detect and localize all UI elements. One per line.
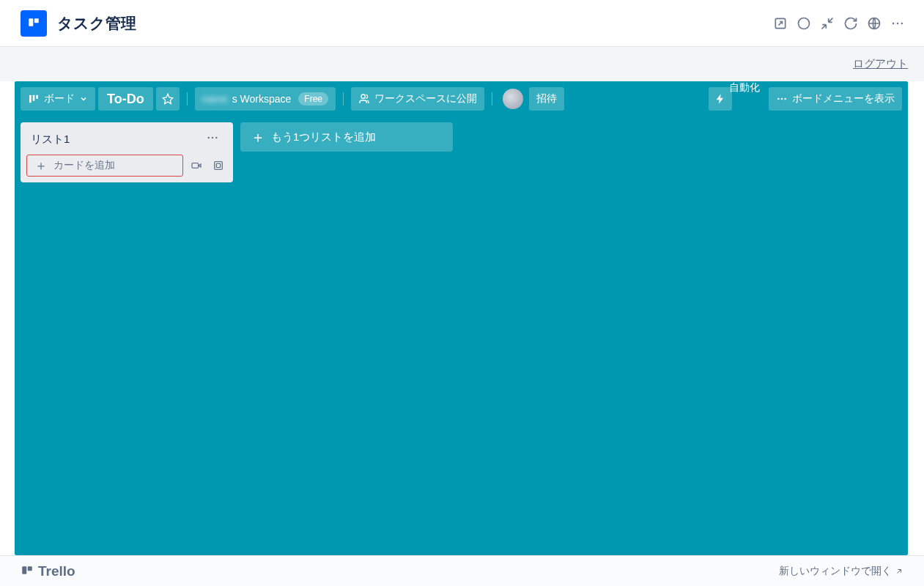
workspace-name: s Workspace	[232, 93, 292, 105]
list-title[interactable]: リスト1	[31, 133, 202, 146]
svg-rect-8	[29, 95, 32, 103]
logout-link[interactable]: ログアウト	[853, 57, 908, 71]
svg-rect-19	[216, 163, 220, 167]
board-view-switcher[interactable]: ボード	[21, 87, 95, 111]
add-list-button[interactable]: ＋ もう1つリストを追加	[240, 122, 453, 152]
svg-rect-0	[29, 18, 33, 26]
workspace-button[interactable]: name s Workspace Free	[195, 87, 336, 111]
more-icon[interactable]	[886, 12, 909, 35]
svg-rect-21	[28, 566, 32, 571]
video-icon[interactable]	[188, 157, 205, 174]
svg-point-5	[892, 22, 895, 24]
svg-point-16	[215, 137, 218, 139]
board-view-label: ボード	[44, 92, 75, 105]
open-new-label: 新しいウィンドウで開く	[779, 565, 892, 578]
svg-point-12	[781, 98, 783, 100]
svg-rect-18	[215, 162, 223, 170]
workspace-tier-badge: Free	[298, 92, 328, 105]
list-menu-icon[interactable]	[202, 131, 223, 147]
brand-label: Trello	[38, 563, 75, 579]
list: リスト1 ＋ カードを追加	[21, 122, 233, 182]
app-top-bar: タスク管理	[0, 0, 924, 46]
visibility-button[interactable]: ワークスペースに公開	[351, 87, 484, 111]
svg-rect-10	[36, 95, 38, 99]
board: ボード To-Do name s Workspace Free ワークスペースに…	[15, 81, 908, 555]
template-icon[interactable]	[210, 157, 227, 174]
plus-icon: ＋	[251, 130, 265, 144]
svg-point-14	[207, 137, 210, 139]
visibility-label: ワークスペースに公開	[374, 92, 477, 105]
star-button[interactable]	[156, 87, 180, 111]
board-header: ボード To-Do name s Workspace Free ワークスペースに…	[15, 81, 908, 116]
plus-icon: ＋	[34, 159, 48, 172]
svg-rect-20	[22, 566, 26, 574]
svg-point-11	[777, 98, 780, 100]
external-link-icon[interactable]	[769, 12, 792, 35]
divider	[187, 92, 188, 105]
member-avatar[interactable]	[503, 89, 523, 109]
svg-rect-9	[33, 95, 35, 101]
divider	[492, 92, 492, 105]
automation-label: 自動化	[729, 81, 760, 94]
divider	[343, 92, 344, 105]
show-menu-label: ボードメニューを表示	[792, 92, 895, 105]
globe-icon[interactable]	[862, 12, 886, 35]
app-logo-icon	[21, 10, 47, 37]
svg-point-7	[901, 22, 903, 24]
add-card-button[interactable]: ＋ カードを追加	[26, 155, 183, 177]
board-body: リスト1 ＋ カードを追加 ＋ もう1つリストを追加	[15, 116, 908, 188]
add-list-label: もう1つリストを追加	[271, 130, 376, 144]
open-new-window-link[interactable]: 新しいウィンドウで開く	[779, 565, 903, 578]
svg-rect-17	[192, 163, 199, 168]
add-card-row: ＋ カードを追加	[26, 155, 227, 177]
collapse-icon[interactable]	[816, 12, 839, 35]
app-title: タスク管理	[57, 13, 136, 34]
svg-point-13	[784, 98, 786, 100]
brand: Trello	[21, 563, 75, 579]
list-header: リスト1	[26, 128, 227, 150]
show-menu-button[interactable]: ボードメニューを表示	[769, 87, 902, 111]
comment-icon[interactable]	[792, 12, 816, 35]
sub-bar: ログアウト	[0, 46, 924, 81]
add-card-label: カードを追加	[53, 159, 115, 172]
refresh-icon[interactable]	[839, 12, 862, 35]
board-name[interactable]: To-Do	[98, 87, 153, 111]
svg-point-6	[897, 22, 899, 24]
invite-button[interactable]: 招待	[529, 87, 564, 111]
svg-rect-1	[34, 18, 39, 23]
svg-point-15	[212, 137, 214, 139]
footer: Trello 新しいウィンドウで開く	[0, 555, 924, 586]
